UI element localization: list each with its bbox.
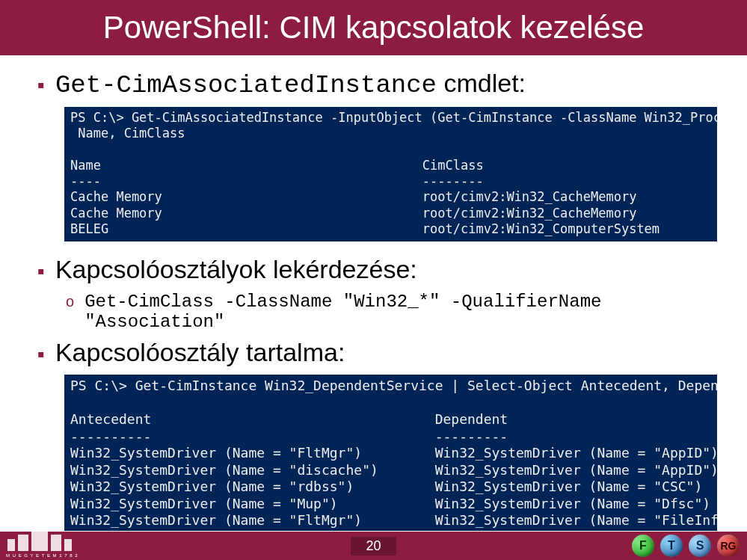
bullet-icon: ▪ [37, 261, 45, 282]
sub-bullet-icon: o [66, 293, 74, 310]
bullet-2-text: Kapcsolóosztályok lekérdezése: [55, 255, 417, 284]
svg-rect-6 [64, 539, 72, 551]
badge-s-icon: S [689, 535, 711, 557]
console-output-1: PS C:\> Get-CimAssociatedInstance -Input… [64, 107, 717, 241]
bullet-3: ▪ Kapcsolóosztály tartalma: [37, 338, 717, 367]
cmdlet-name: Get-CimAssociatedInstance [55, 71, 437, 99]
bullet-icon: ▪ [37, 344, 45, 365]
slide-content: ▪ Get-CimAssociatedInstance cmdlet: PS C… [0, 55, 747, 531]
badge-f-icon: F [632, 535, 654, 557]
page-number: 20 [351, 537, 396, 556]
sub-bullet-2-text: Get-CimClass -ClassName "Win32_*" -Quali… [84, 292, 717, 332]
title-bar: PowerShell: CIM kapcsolatok kezelése [0, 0, 747, 55]
console-output-2: PS C:\> Get-CimInstance Win32_DependentS… [64, 375, 717, 531]
bullet-1-text: Get-CimAssociatedInstance cmdlet: [55, 69, 526, 99]
bullet-2: ▪ Kapcsolóosztályok lekérdezése: [37, 255, 717, 284]
svg-marker-4 [31, 526, 48, 530]
svg-rect-1 [7, 539, 15, 551]
university-building-icon: M U E G Y E T E M 1 7 8 2 [4, 524, 102, 559]
svg-rect-3 [31, 530, 48, 551]
bullet-3-text: Kapcsolóosztály tartalma: [55, 338, 345, 367]
sub-bullet-2: o Get-CimClass -ClassName "Win32_*" -Qua… [66, 292, 717, 332]
footer-logo-left: M U E G Y E T E M 1 7 8 2 [4, 524, 102, 559]
badge-t-icon: T [660, 535, 683, 557]
footer-badges: F T S RG [632, 535, 740, 557]
cmdlet-suffix: cmdlet: [437, 69, 526, 97]
svg-text:M U E G Y E T E M  1 7 8 2: M U E G Y E T E M 1 7 8 2 [6, 553, 79, 558]
badge-r-icon: RG [717, 535, 740, 557]
svg-rect-5 [51, 535, 61, 551]
svg-rect-2 [18, 535, 28, 551]
slide-title: PowerShell: CIM kapcsolatok kezelése [103, 10, 645, 46]
bullet-1: ▪ Get-CimAssociatedInstance cmdlet: [37, 69, 717, 99]
bullet-icon: ▪ [37, 75, 45, 96]
